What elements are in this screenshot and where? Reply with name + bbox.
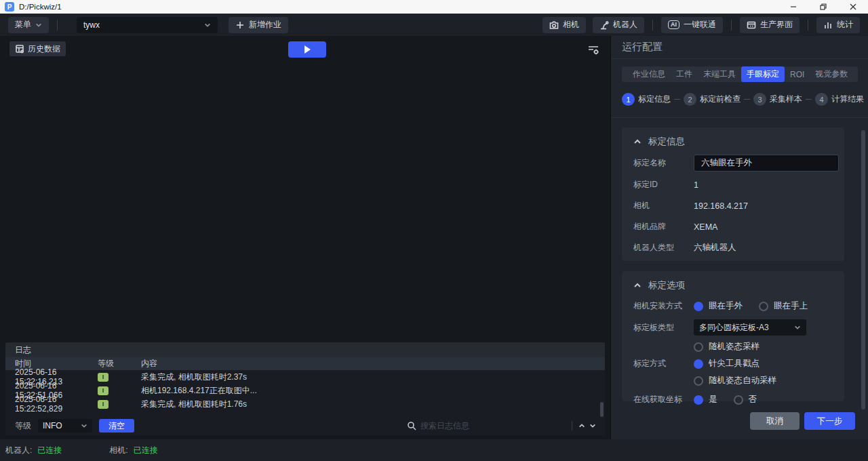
chevron-down-icon: [589, 422, 596, 429]
radio-label: 眼在手上: [774, 300, 808, 312]
log-scrollbar[interactable]: [600, 402, 604, 417]
log-level-value: INFO: [43, 421, 62, 430]
toolbar: 菜单 tywx 新增作业 相机 机器人 AI 一键联通: [0, 14, 868, 36]
radio-random-pose-auto[interactable]: 随机姿态自动采样: [694, 375, 776, 386]
calibration-options-section: 标定选项 相机安装方式 眼在手外 眼在手上 标定板类型: [622, 271, 844, 401]
radio-eye-in-hand[interactable]: 眼在手上: [759, 300, 808, 312]
stats-button[interactable]: 统计: [816, 17, 860, 33]
cancel-button[interactable]: 取消: [750, 412, 800, 430]
tab-workpiece[interactable]: 工件: [671, 66, 698, 82]
section-header[interactable]: 标定信息: [633, 134, 844, 149]
calibration-id-value: 1: [694, 180, 698, 190]
radio-label: 是: [709, 394, 717, 405]
form-row-name: 标定名称: [633, 155, 844, 172]
robot-type-value: 六轴机器人: [694, 242, 736, 254]
search-prev-button[interactable]: [576, 420, 587, 431]
view-settings-button[interactable]: [585, 41, 602, 58]
radio-tip-tool-poke[interactable]: 针尖工具戳点: [694, 358, 776, 369]
ai-link-label: 一键联通: [684, 19, 716, 31]
radio-online-yes[interactable]: 是: [694, 394, 717, 405]
menu-button[interactable]: 菜单: [8, 17, 49, 33]
step-4-circle[interactable]: 4: [815, 93, 828, 106]
radio-eye-to-hand[interactable]: 眼在手外: [694, 300, 743, 312]
search-next-button[interactable]: [587, 420, 598, 431]
step-3-circle[interactable]: 3: [753, 93, 766, 106]
restore-button[interactable]: [808, 0, 838, 14]
radio-label: 针尖工具戳点: [709, 358, 760, 369]
log-level-badge: I: [98, 386, 108, 395]
minimize-button[interactable]: [778, 0, 808, 14]
form-row-robot-type: 机器人类型 六轴机器人: [633, 240, 844, 256]
plus-icon: [235, 20, 245, 30]
radio-random-pose-sampling[interactable]: 随机姿态采样: [694, 341, 776, 353]
job-select[interactable]: tywx: [77, 17, 218, 33]
camera-brand-value: XEMA: [694, 222, 717, 232]
chevron-up-icon: [578, 422, 585, 429]
panel-footer: 取消 下一步: [750, 412, 855, 430]
next-step-button[interactable]: 下一步: [804, 412, 855, 430]
log-search: [407, 418, 598, 433]
log-panel-title: 日志: [5, 342, 605, 357]
app-logo-icon: P: [5, 2, 14, 12]
log-level-select[interactable]: INFO: [38, 419, 92, 433]
tab-job-info[interactable]: 作业信息: [627, 66, 671, 82]
history-data-label: 历史数据: [28, 43, 60, 55]
tab-roi[interactable]: ROI: [785, 68, 810, 81]
form-row-method: 标定方式 随机姿态采样 针尖工具戳点 随机姿态自动采样: [633, 341, 844, 386]
toolbar-divider: [808, 20, 808, 31]
wizard-steps: 1 标定信息 2 标定前检查 3 采集样本 4 计算结果: [622, 93, 858, 106]
radio-icon: [694, 342, 703, 352]
history-data-button[interactable]: 历史数据: [9, 41, 66, 56]
log-footer: 等级 INFO 清空: [5, 416, 605, 436]
panel-scrollbar[interactable]: [861, 130, 865, 409]
section-header[interactable]: 标定选项: [633, 278, 844, 293]
camera-button[interactable]: 相机: [542, 17, 586, 33]
log-col-content: 内容: [141, 358, 157, 369]
calibration-name-input[interactable]: [694, 155, 839, 172]
robot-button[interactable]: 机器人: [593, 17, 644, 33]
method-radio-group: 随机姿态采样 针尖工具戳点 随机姿态自动采样: [694, 341, 776, 386]
step-connector: [674, 99, 680, 100]
tab-hand-eye-calibration[interactable]: 手眼标定: [741, 66, 785, 82]
chevron-down-icon: [794, 324, 801, 331]
step-3-label: 采集样本: [770, 94, 802, 105]
field-label: 标定方式: [633, 358, 694, 369]
radio-label: 眼在手外: [709, 300, 743, 312]
radio-label: 随机姿态采样: [709, 341, 760, 353]
new-job-button[interactable]: 新增作业: [229, 17, 288, 33]
step-2-label: 标定前检查: [700, 94, 741, 105]
log-time: 2025-06-16 15:22:52,829: [5, 395, 98, 414]
clear-log-button[interactable]: 清空: [99, 419, 134, 433]
close-button[interactable]: [838, 0, 868, 14]
search-input[interactable]: [420, 421, 568, 430]
ai-link-button[interactable]: AI 一键联通: [661, 17, 723, 33]
filter-gear-icon: [587, 43, 599, 56]
form-row-mount: 相机安装方式 眼在手外 眼在手上: [633, 298, 844, 314]
step-2-circle[interactable]: 2: [684, 93, 696, 106]
history-data-icon: [15, 44, 24, 54]
radio-online-no[interactable]: 否: [734, 394, 757, 405]
tab-end-tool[interactable]: 末端工具: [698, 66, 741, 82]
chevron-down-icon: [204, 22, 211, 28]
run-button[interactable]: [288, 41, 326, 58]
menu-label: 菜单: [15, 19, 31, 31]
form-row-camera: 相机 192.168.4.217: [633, 198, 844, 214]
titlebar: P D:/Pickwiz/1: [0, 0, 868, 14]
log-col-level: 等级: [98, 358, 141, 369]
form-row-id: 标定ID 1: [633, 177, 844, 193]
board-type-select[interactable]: 多同心圆标定板-A3: [694, 319, 806, 336]
robot-arm-icon: [599, 20, 609, 30]
production-button[interactable]: 生产界面: [740, 17, 800, 33]
robot-status-value: 已连接: [37, 445, 62, 456]
log-level-badge: I: [98, 373, 108, 382]
tab-vision-params[interactable]: 视觉参数: [810, 66, 853, 82]
radio-icon: [694, 376, 703, 386]
camera-ip-value: 192.168.4.217: [694, 201, 748, 211]
window-title: D:/Pickwiz/1: [19, 3, 62, 11]
step-1-circle[interactable]: 1: [622, 93, 635, 106]
section-title: 标定选项: [648, 279, 685, 292]
radio-label: 随机姿态自动采样: [709, 375, 776, 386]
table-row[interactable]: 2025-06-16 15:22:52,829 I 采集完成, 相机取图耗时1.…: [5, 397, 605, 411]
play-icon: [304, 45, 311, 54]
radio-icon: [694, 395, 703, 405]
